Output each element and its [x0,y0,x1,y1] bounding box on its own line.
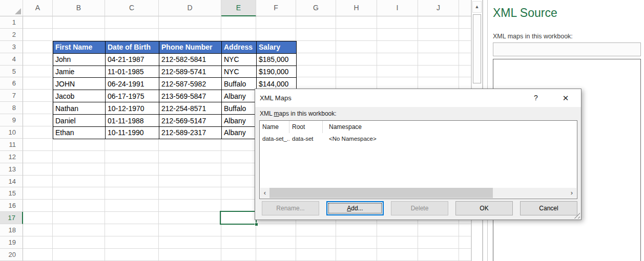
cell-d11[interactable] [159,139,221,150]
cell-d15[interactable] [159,187,221,199]
cell-b16[interactable] [53,200,105,211]
cell-a5[interactable] [23,66,53,77]
cell-a7[interactable] [23,90,53,101]
cell-partial5[interactable] [459,66,471,77]
cancel-button[interactable]: Cancel [520,201,577,215]
table-cell[interactable]: NYC [222,66,257,78]
cell-e19[interactable] [221,236,256,248]
cell-i6[interactable] [377,77,418,89]
row-header-8[interactable]: 8 [0,102,23,114]
cell-a17[interactable] [23,212,53,224]
pane-maps-combobox[interactable] [493,42,641,56]
column-header-j[interactable]: J [418,0,459,16]
column-header-e[interactable]: E [221,0,256,16]
table-header-cell[interactable]: Phone Number [159,41,222,54]
cell-c11[interactable] [105,139,159,150]
table-cell[interactable]: NYC [222,54,257,66]
column-header-h[interactable]: H [336,0,377,16]
table-header-cell[interactable]: Address [222,41,257,54]
cell-a15[interactable] [23,187,53,199]
column-header-i[interactable]: I [377,0,418,16]
table-cell[interactable]: 213-569-5847 [159,90,222,102]
cell-partial18[interactable] [459,224,471,236]
table-cell[interactable]: 212-589-5741 [159,66,222,78]
cell-j1[interactable] [418,16,459,28]
table-cell[interactable]: Albany [222,90,257,102]
cell-a3[interactable] [23,41,53,53]
cell-h3[interactable] [336,41,377,53]
row-header-9[interactable]: 9 [0,114,23,126]
cell-e11[interactable] [221,139,256,150]
row-header-4[interactable]: 4 [0,53,23,66]
cell-a10[interactable] [23,126,53,138]
table-cell[interactable]: 212-569-5147 [159,115,222,127]
table-cell[interactable]: $185,000 [257,54,297,66]
cell-g1[interactable] [296,16,336,28]
row-header-12[interactable]: 12 [0,151,23,163]
row-header-18[interactable]: 18 [0,224,23,236]
table-header-cell[interactable]: First Name [53,41,106,54]
ok-button[interactable]: OK [455,201,513,215]
cell-j4[interactable] [418,53,459,65]
table-cell[interactable]: Jamie [53,66,106,78]
cell-j5[interactable] [418,66,459,77]
active-cell-selection[interactable] [220,211,257,225]
table-cell[interactable]: 11-01-1985 [106,66,159,78]
cell-c18[interactable] [105,224,159,236]
cell-a13[interactable] [23,163,53,175]
delete-button[interactable]: Delete [391,201,448,215]
cell-d1[interactable] [159,16,221,28]
row-header-14[interactable]: 14 [0,176,23,188]
listview-column-name[interactable]: Name [260,121,289,133]
column-header-c[interactable]: C [105,0,159,16]
cell-h1[interactable] [336,16,377,28]
table-cell[interactable]: 01-11-1988 [106,115,159,127]
cell-e13[interactable] [221,163,256,175]
cell-a8[interactable] [23,102,53,114]
cell-a2[interactable] [23,29,53,40]
cell-c15[interactable] [105,187,159,199]
table-cell[interactable]: Albany [222,127,257,139]
cell-h19[interactable] [336,236,377,248]
cell-partial4[interactable] [459,53,471,65]
cell-b1[interactable] [53,16,105,28]
cell-a6[interactable] [23,77,53,89]
row-header-16[interactable]: 16 [0,200,23,212]
cell-c19[interactable] [105,236,159,248]
cell-e15[interactable] [221,187,256,199]
cell-a12[interactable] [23,151,53,163]
row-header-6[interactable]: 6 [0,77,23,90]
cell-i5[interactable] [377,66,418,77]
table-cell[interactable]: Daniel [53,115,106,127]
cell-g5[interactable] [296,66,336,77]
row-header-11[interactable]: 11 [0,139,23,151]
table-cell[interactable]: $190,000 [257,66,297,78]
cell-b20[interactable] [53,249,105,260]
cell-j2[interactable] [418,29,459,40]
dialog-horizontal-scrollbar[interactable]: ‹ › [260,188,576,198]
cell-c1[interactable] [105,16,159,28]
row-header-10[interactable]: 10 [0,126,23,139]
cell-i3[interactable] [377,41,418,53]
cell-partial19[interactable] [459,236,471,248]
cell-e2[interactable] [221,29,256,40]
column-header-a[interactable]: A [23,0,53,16]
cell-g3[interactable] [296,41,336,53]
cell-a14[interactable] [23,176,53,187]
cell-partial2[interactable] [459,29,471,40]
row-header-13[interactable]: 13 [0,163,23,176]
row-header-2[interactable]: 2 [0,29,23,41]
cell-e20[interactable] [221,249,256,260]
column-header-b[interactable]: B [53,0,105,16]
xml-map-list-item[interactable]: data-set_...data-set<No Namespace> [260,133,577,144]
cell-c14[interactable] [105,176,159,187]
column-header-partial[interactable] [459,0,471,16]
table-cell[interactable]: 04-21-1987 [106,54,159,66]
cell-a4[interactable] [23,53,53,65]
fill-handle[interactable] [255,223,258,226]
table-cell[interactable]: Jacob [53,90,106,102]
cell-i4[interactable] [377,53,418,65]
cell-e16[interactable] [221,200,256,211]
cell-b14[interactable] [53,176,105,187]
cell-d16[interactable] [159,200,221,211]
